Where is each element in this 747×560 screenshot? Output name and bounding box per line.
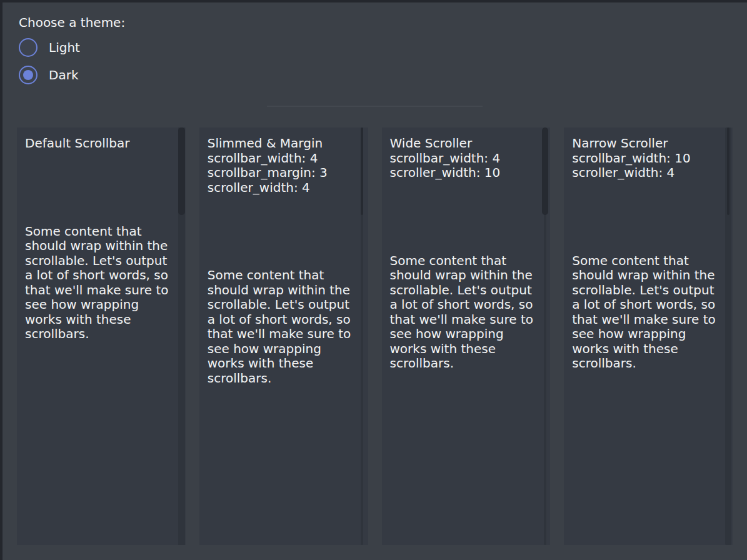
radio-label-dark[interactable]: Dark [49, 68, 78, 82]
panel-config-line: scroller_width: 4 [572, 166, 733, 181]
panel-config-line: scroller_width: 4 [208, 181, 368, 196]
panel-config-line: scroller_width: 10 [390, 166, 551, 181]
panel-config-line: scrollbar_width: 4 [208, 151, 368, 166]
scrollbar-thumb[interactable] [542, 128, 548, 215]
panel-config-line: scrollbar_margin: 3 [208, 166, 368, 181]
radio-option-dark[interactable]: Dark [19, 66, 747, 84]
panel-title: Wide Scroller [390, 136, 551, 151]
scrollbar-thumb[interactable] [178, 128, 185, 215]
panel-title: Default Scrollbar [25, 136, 186, 151]
radio-option-light[interactable]: Light [19, 38, 747, 57]
panel-header: Default Scrollbar [25, 136, 186, 151]
scrollable-panel-wide-scroller[interactable]: Wide Scroller scrollbar_width: 4 scrolle… [382, 128, 551, 545]
radio-label-light[interactable]: Light [49, 40, 80, 55]
theme-chooser: Choose a theme: Light Dark [3, 2, 747, 84]
scrollbar-thumb[interactable] [361, 128, 363, 215]
scrollable-panel-default[interactable]: Default Scrollbar Some content that shou… [17, 128, 186, 545]
scrollable-panel-narrow-scroller[interactable]: Narrow Scroller scrollbar_width: 10 scro… [564, 128, 733, 545]
app-window: Choose a theme: Light Dark Default Scrol… [0, 0, 747, 560]
panel-title: Narrow Scroller [572, 136, 733, 151]
scrollable-panel-slimmed-margin[interactable]: Slimmed & Margin scrollbar_width: 4 scro… [199, 128, 368, 545]
radio-circle-light[interactable] [19, 38, 38, 57]
panel-header: Wide Scroller scrollbar_width: 4 scrolle… [390, 136, 551, 181]
horizontal-divider [267, 106, 483, 107]
panel-header: Narrow Scroller scrollbar_width: 10 scro… [572, 136, 733, 181]
radio-dot-1 [23, 70, 33, 80]
radio-circle-dark[interactable] [19, 66, 38, 84]
panel-header: Slimmed & Margin scrollbar_width: 4 scro… [208, 136, 368, 195]
panel-config-line: scrollbar_width: 4 [390, 151, 551, 166]
panel-config-line: scrollbar_width: 10 [572, 151, 733, 166]
panel-title: Slimmed & Margin [208, 136, 368, 151]
panel-body-text: Some content that should wrap within the… [390, 254, 539, 371]
theme-chooser-label: Choose a theme: [19, 15, 747, 30]
panel-body-text: Some content that should wrap within the… [572, 254, 721, 371]
scrollbar-thumb[interactable] [727, 128, 729, 215]
panel-body-text: Some content that should wrap within the… [25, 224, 174, 342]
panel-body-text: Some content that should wrap within the… [208, 268, 356, 386]
scrollable-panels-row: Default Scrollbar Some content that shou… [3, 128, 747, 545]
